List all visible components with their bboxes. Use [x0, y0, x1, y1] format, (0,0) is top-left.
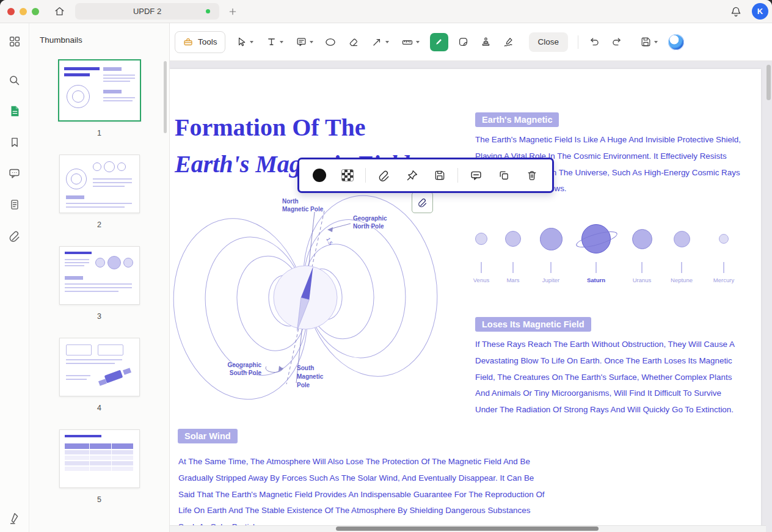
comments-button[interactable]	[7, 166, 22, 181]
planet-name: Mars	[506, 277, 519, 283]
comment-annotation-button[interactable]	[466, 166, 486, 185]
close-button[interactable]: Close	[529, 32, 569, 52]
planet-circle	[674, 231, 690, 247]
planet-name: Saturn	[587, 277, 605, 283]
label-geo-south-pole-2: South Pole	[230, 370, 262, 376]
page-number: 2	[97, 220, 101, 229]
save-icon	[640, 36, 652, 48]
select-tool-button[interactable]	[234, 32, 255, 52]
page-number: 3	[97, 312, 101, 321]
section-badge-solar: Solar Wind	[178, 429, 238, 443]
thumbnail-item-5[interactable]: 5	[59, 429, 140, 504]
thumbnail-preview	[59, 246, 140, 305]
planet-circle	[719, 234, 729, 244]
zoom-traffic-light[interactable]	[32, 8, 39, 15]
attachment-pin-button[interactable]	[402, 166, 421, 185]
ellipse-tool-button[interactable]	[322, 32, 338, 52]
planet-tick	[512, 262, 514, 273]
note-tool-button[interactable]	[294, 32, 315, 52]
arrow-icon	[371, 36, 383, 48]
undo-button[interactable]	[586, 34, 603, 51]
thumbnail-item-2[interactable]: 2	[59, 155, 140, 229]
chevron-down-icon	[416, 41, 420, 43]
app-window: UPDF 2 K	[0, 0, 772, 532]
panel-title: Thumbnails	[29, 23, 169, 45]
doc-title-line1: Formation Of The	[175, 113, 366, 142]
save-annotation-button[interactable]	[430, 166, 450, 185]
attachment-paperclip-button[interactable]	[374, 166, 393, 185]
thumbnails-scrollbar[interactable]	[164, 61, 167, 133]
eraser-tool-button[interactable]	[346, 32, 361, 52]
thumbnails-panel: Thumbnails	[29, 23, 170, 532]
signature-panel-button[interactable]	[7, 511, 22, 526]
page-icon	[9, 199, 21, 211]
comment-bubble-icon	[8, 167, 21, 180]
search-button[interactable]	[7, 73, 22, 87]
planet-tick	[723, 262, 724, 273]
vertical-scrollbar-thumb[interactable]	[767, 65, 771, 100]
main-column: Tools	[170, 23, 772, 532]
titlebar: UPDF 2 K	[0, 0, 772, 23]
section-text-solar: At The Same Time, The Atmosphere Will Al…	[178, 454, 548, 532]
notification-bell-button[interactable]	[730, 5, 742, 18]
thumbnail-preview	[58, 59, 141, 122]
close-traffic-light[interactable]	[7, 8, 15, 15]
document-area: Formation Of The Earth's Magnetic Field	[170, 61, 772, 532]
stamp-tool-button[interactable]	[478, 32, 493, 52]
pdf-page: Formation Of The Earth's Magnetic Field	[170, 69, 761, 532]
redo-button[interactable]	[608, 34, 625, 51]
note-tool-icon	[296, 36, 307, 48]
paperclip-icon	[377, 169, 390, 182]
apps-grid-button[interactable]	[7, 34, 22, 49]
toolbar-divider	[578, 35, 578, 49]
attachments-button[interactable]	[7, 228, 22, 243]
label-north-magnetic-pole-2: Magnetic Pole	[282, 206, 324, 213]
tools-button[interactable]: Tools	[175, 31, 225, 53]
app-body: Thumbnails	[0, 23, 772, 532]
planet-item: Saturn	[573, 223, 619, 283]
apps-grid-icon	[8, 35, 21, 48]
pen-tool-button-active[interactable]	[430, 33, 448, 51]
toolbox-icon	[183, 37, 194, 48]
pages-button[interactable]	[7, 197, 22, 212]
home-button[interactable]	[54, 5, 65, 17]
delete-annotation-button[interactable]	[522, 166, 542, 185]
thumbnail-item-4[interactable]: 4	[59, 338, 140, 412]
thumbnail-item-3[interactable]: 3	[59, 246, 140, 321]
bookmarks-button[interactable]	[7, 135, 22, 150]
bookmark-icon	[9, 136, 21, 148]
tab-updf-2[interactable]: UPDF 2	[75, 3, 219, 20]
signature-tool-button[interactable]	[501, 32, 517, 52]
horizontal-scrollbar-thumb[interactable]	[336, 527, 599, 531]
label-south-magnetic-pole-1: South	[297, 365, 314, 371]
thumbnail-preview	[59, 155, 140, 213]
color-swatch-icon	[313, 169, 326, 182]
page-number: 1	[97, 129, 101, 137]
opacity-button[interactable]	[338, 166, 357, 185]
ellipse-icon	[324, 36, 337, 48]
measure-tool-button[interactable]	[399, 32, 421, 52]
ai-assistant-button[interactable]	[668, 34, 684, 50]
avatar-initial: K	[757, 7, 763, 16]
planet-tick	[550, 262, 552, 273]
save-button[interactable]	[638, 32, 660, 52]
annotate-toolbar: Tools	[170, 23, 772, 61]
pushpin-icon	[406, 169, 418, 182]
planet-circle	[540, 228, 563, 250]
sticker-tool-button[interactable]	[456, 32, 471, 52]
arrow-tool-button[interactable]	[370, 32, 391, 52]
comment-icon	[470, 169, 482, 182]
thumbnail-item-1[interactable]: 1	[58, 59, 141, 137]
plus-icon	[228, 7, 238, 16]
attachment-annotation[interactable]	[412, 192, 433, 213]
ruler-icon	[401, 36, 413, 48]
duplicate-annotation-button[interactable]	[494, 166, 514, 185]
planet-circle	[505, 231, 521, 247]
color-swatch-button[interactable]	[310, 166, 329, 185]
section-badge-loses: Loses Its Magnetic Field	[475, 317, 591, 332]
text-tool-button[interactable]	[264, 32, 285, 52]
new-tab-button[interactable]	[228, 7, 238, 16]
minimize-traffic-light[interactable]	[20, 8, 27, 15]
thumbnails-panel-button[interactable]	[7, 104, 22, 118]
user-avatar[interactable]: K	[752, 3, 768, 20]
